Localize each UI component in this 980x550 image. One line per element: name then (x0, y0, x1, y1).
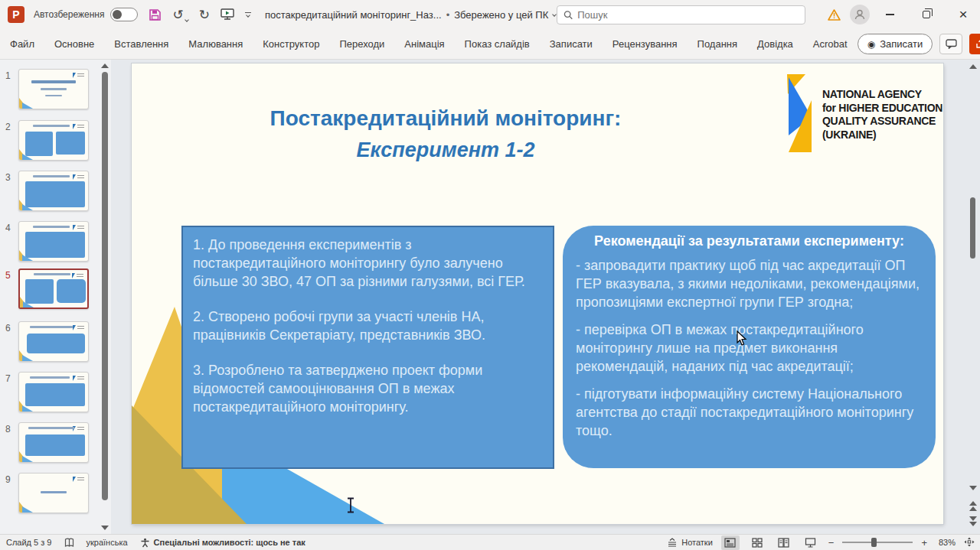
tab-draw[interactable]: Малювання (178, 38, 253, 50)
thumbnail-preview[interactable] (18, 473, 89, 513)
decor-blue-triangle (222, 469, 387, 524)
zoom-slider[interactable] (842, 542, 913, 543)
thumbnail-slide-3[interactable]: 3 (0, 171, 100, 213)
notes-icon (667, 538, 678, 547)
tab-animations[interactable]: Анімація (394, 38, 454, 50)
zoom-level[interactable]: 83% (936, 538, 956, 547)
restore-button[interactable] (910, 0, 943, 29)
powerpoint-app-icon[interactable]: P (8, 6, 24, 23)
account-avatar[interactable] (850, 5, 870, 24)
thumbnail-preview[interactable] (18, 422, 89, 463)
slide-title[interactable]: Постакредитаційний моніторинг: Експериме… (139, 106, 752, 162)
previous-slide-button[interactable] (969, 501, 977, 511)
start-slideshow-icon[interactable] (220, 8, 234, 21)
experiment-summary-box[interactable]: 1. До проведення експериментів з постакр… (181, 226, 554, 469)
accessibility-checker[interactable]: Спеціальні можливості: щось не так (140, 538, 305, 548)
status-left: Слайд 5 з 9 українська Спеціальні можлив… (0, 538, 305, 548)
slide-canvas[interactable]: Постакредитаційний моніторинг: Експериме… (132, 63, 943, 524)
thumbnail-preview[interactable] (18, 321, 89, 362)
thumbnail-preview[interactable] (18, 120, 89, 161)
autosave-toggle[interactable] (110, 8, 138, 21)
thumbnail-scrollbar[interactable] (100, 60, 110, 534)
slide-title-line1: Постакредитаційний моніторинг: (139, 106, 752, 131)
person-icon (854, 8, 866, 21)
search-input[interactable] (577, 9, 799, 21)
scroll-up-icon[interactable] (101, 63, 109, 68)
logo-line: (UKRAINE) (822, 129, 942, 142)
customize-toolbar-icon[interactable] (245, 12, 251, 18)
thumbnail-slide-1[interactable]: 1 (0, 69, 100, 112)
thumbnail-preview[interactable] (18, 268, 89, 309)
slide-position[interactable]: Слайд 5 з 9 (6, 538, 52, 547)
comment-icon (946, 39, 957, 49)
tab-review[interactable]: Рецензування (603, 38, 688, 50)
tab-slideshow[interactable]: Показ слайдів (455, 38, 540, 50)
tab-file[interactable]: Файл (0, 38, 44, 50)
tab-transitions[interactable]: Переходи (329, 38, 394, 50)
thumbnail-preview[interactable] (18, 372, 89, 412)
zoom-in-button[interactable]: + (921, 537, 927, 548)
undo-button[interactable]: ↺ (172, 8, 188, 21)
notes-toggle[interactable]: Нотатки (667, 538, 713, 547)
share-button[interactable] (969, 34, 980, 54)
minimize-icon (886, 14, 894, 15)
tab-design[interactable]: Конструктор (253, 38, 329, 50)
thumbnail-slide-6[interactable]: 6 (0, 321, 100, 364)
comments-button[interactable] (939, 34, 962, 54)
ribbon-tab-bar: Файл Основне Вставлення Малювання Констр… (0, 29, 980, 60)
thumbnail-preview[interactable] (18, 171, 89, 211)
fit-to-window-button[interactable] (964, 537, 975, 548)
spellcheck-button[interactable] (64, 538, 74, 548)
slideshow-view-button[interactable] (802, 535, 820, 550)
next-slide-button[interactable] (969, 516, 977, 526)
warning-icon[interactable] (821, 3, 847, 26)
summary-item-3: 3. Розроблено та затверджено проект форм… (193, 361, 543, 416)
save-icon[interactable] (149, 8, 162, 21)
document-title[interactable]: постакредитаційний моніторинг_Наз... • З… (265, 9, 556, 21)
slide-number: 1 (5, 70, 11, 81)
recommendations-box[interactable]: Рекомендації за результатами експеримент… (563, 226, 936, 468)
thumbnail-slide-2[interactable]: 2 (0, 120, 100, 163)
slide-number: 2 (5, 122, 11, 132)
tab-record[interactable]: Записати (540, 38, 603, 50)
record-button[interactable]: ◉ Записати (858, 34, 933, 54)
thumbnail-slide-4[interactable]: 4 (0, 221, 100, 264)
powerpoint-window: P Автозбереження ↺ ↻ постакредитаційний … (0, 0, 980, 550)
tab-insert[interactable]: Вставлення (104, 38, 178, 50)
reading-view-button[interactable] (775, 535, 793, 550)
thumbnail-slide-7[interactable]: 7 (0, 372, 100, 415)
zoom-out-button[interactable]: − (828, 537, 835, 548)
slide-editor-area: Постакредитаційний моніторинг: Експериме… (111, 60, 980, 534)
scrollbar-thumb[interactable] (970, 197, 975, 259)
scroll-down-icon[interactable] (969, 486, 977, 490)
thumbnail-slide-8[interactable]: 8 (0, 422, 100, 465)
zoom-slider-thumb[interactable] (871, 538, 877, 547)
redo-icon[interactable]: ↻ (199, 8, 210, 21)
scroll-up-icon[interactable] (969, 64, 977, 69)
tab-home[interactable]: Основне (44, 38, 104, 50)
notes-label: Нотатки (681, 538, 713, 547)
normal-view-button[interactable] (721, 535, 740, 550)
app-initial: P (12, 8, 19, 21)
minimize-button[interactable] (873, 0, 906, 29)
tab-acrobat[interactable]: Acrobat (803, 38, 858, 50)
logo-line: QUALITY ASSURANCE (822, 115, 942, 129)
thumbnail-preview[interactable] (18, 221, 89, 262)
document-filename: постакредитаційний моніторинг_Наз... (265, 9, 442, 21)
toggle-knob (113, 10, 122, 19)
slide-number: 5 (5, 270, 11, 281)
thumbnail-preview[interactable] (18, 69, 89, 109)
thumbnail-slide-9[interactable]: 9 (0, 473, 100, 516)
share-icon (975, 39, 980, 49)
scrollbar-thumb[interactable] (102, 72, 108, 500)
slide-sorter-view-button[interactable] (748, 535, 766, 550)
title-separator: • (446, 9, 450, 21)
scroll-down-icon[interactable] (101, 526, 109, 530)
tab-help[interactable]: Довідка (747, 38, 803, 50)
language-selector[interactable]: українська (87, 538, 128, 547)
search-bar[interactable] (557, 5, 805, 24)
thumbnail-slide-5-selected[interactable]: 5 (0, 268, 100, 311)
main-scrollbar[interactable] (966, 60, 980, 534)
close-button[interactable]: × (946, 0, 980, 29)
tab-view[interactable]: Подання (688, 38, 748, 50)
